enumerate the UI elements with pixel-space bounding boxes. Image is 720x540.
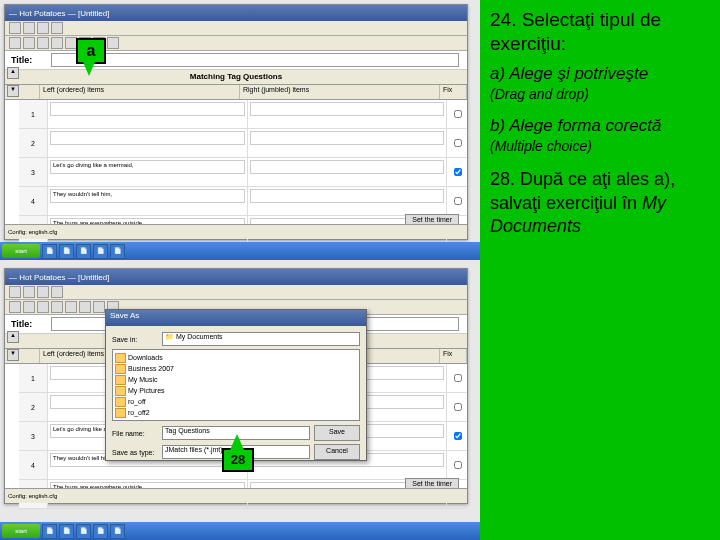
taskbar-item[interactable]: 📄 [42, 244, 57, 259]
start-button[interactable]: start [2, 524, 40, 538]
question-row: 1 [19, 100, 467, 129]
app-window-top: — Hot Potatoes — [Untitled] Title: Match… [4, 4, 468, 240]
taskbar[interactable]: start 📄📄📄📄📄 [0, 522, 480, 540]
save-in-select[interactable]: 📁 My Documents [162, 332, 360, 346]
option-b-label: b) Alege forma corectă [490, 116, 710, 136]
instructions-panel: 24. Selectaţi tipul de exerciţiu: a) Ale… [480, 0, 720, 540]
fix-checkbox[interactable] [454, 110, 462, 118]
row-nav-arrows[interactable]: ▲▼ [7, 67, 19, 97]
save-in-label: Save in: [112, 336, 158, 343]
option-b-paren: (Multiple choice) [490, 138, 710, 154]
folder-list[interactable]: Downloads Business 2007 My Music My Pict… [112, 349, 360, 421]
callout-a: a [76, 38, 106, 64]
start-button[interactable]: start [2, 244, 40, 258]
filetype-label: Save as type: [112, 449, 158, 456]
taskbar[interactable]: start 📄📄📄📄📄 [0, 242, 480, 260]
question-row: 4They wouldn't tell him, [19, 187, 467, 216]
step-24-heading: 24. Selectaţi tipul de exerciţiu: [490, 8, 710, 56]
list-item[interactable]: Downloads [115, 352, 357, 363]
window-titlebar[interactable]: — Hot Potatoes — [Untitled] [5, 5, 467, 21]
left-item-input[interactable] [50, 102, 245, 116]
title-label: Title: [5, 55, 51, 65]
question-row: 3Let's go diving like a mermaid, [19, 158, 467, 187]
status-bar: Config: english.cfg [5, 224, 467, 239]
question-row: 2 [19, 129, 467, 158]
window-titlebar[interactable]: — Hot Potatoes — [Untitled] [5, 269, 467, 285]
folder-icon [115, 353, 126, 363]
title-input[interactable] [51, 53, 459, 67]
questions-header: Matching Tag Questions [5, 70, 467, 85]
toolbar[interactable] [5, 36, 467, 51]
step-28-text: 28. După ce aţi ales a), salvaţi exerciţ… [490, 168, 710, 238]
option-a-paren: (Drag and drop) [490, 86, 710, 102]
column-headers: Left (ordered) itemsRight (jumbled) item… [5, 85, 467, 100]
right-item-input[interactable] [250, 102, 445, 116]
dialog-titlebar[interactable]: Save As [106, 310, 366, 326]
menubar[interactable] [5, 21, 467, 36]
cancel-button[interactable]: Cancel [314, 444, 360, 460]
option-a-label: a) Alege şi potriveşte [490, 64, 710, 84]
save-button[interactable]: Save [314, 425, 360, 441]
callout-28: 28 [222, 448, 254, 472]
filename-label: File name: [112, 430, 158, 437]
